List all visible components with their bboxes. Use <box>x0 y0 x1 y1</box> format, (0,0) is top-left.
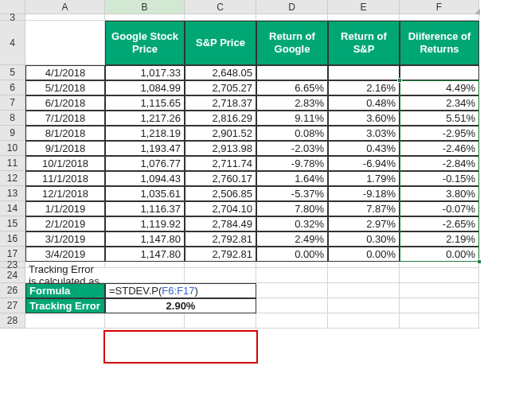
date-cell[interactable]: 10/1/2018 <box>25 156 105 171</box>
row-16[interactable]: 16 <box>0 231 25 247</box>
diff-returns-cell[interactable]: -2.95% <box>400 126 479 141</box>
return-sp-cell[interactable] <box>328 65 400 80</box>
cell[interactable] <box>105 268 185 283</box>
sp-price-cell[interactable]: 2,648.05 <box>185 65 256 80</box>
col-F[interactable]: F <box>400 0 479 14</box>
sp-price-cell[interactable]: 2,901.52 <box>185 126 256 141</box>
row-9[interactable]: 9 <box>0 126 25 141</box>
row-8[interactable]: 8 <box>0 111 25 126</box>
return-google-cell[interactable]: -9.78% <box>256 156 328 171</box>
google-price-cell[interactable]: 1,115.65 <box>105 95 185 111</box>
date-cell[interactable]: 11/1/2018 <box>25 171 105 186</box>
formula-cell[interactable]: =STDEV.P(F6:F17) <box>105 283 256 298</box>
date-cell[interactable]: 5/1/2018 <box>25 80 105 95</box>
return-sp-cell[interactable]: -9.18% <box>328 186 400 201</box>
sp-price-cell[interactable]: 2,784.49 <box>185 216 256 231</box>
row-28[interactable]: 28 <box>0 313 25 329</box>
return-sp-cell[interactable]: 0.43% <box>328 141 400 156</box>
date-cell[interactable]: 6/1/2018 <box>25 95 105 111</box>
date-cell[interactable]: 1/1/2019 <box>25 201 105 216</box>
cell[interactable] <box>256 268 328 283</box>
row-6[interactable]: 6 <box>0 80 25 95</box>
cell[interactable] <box>328 283 400 298</box>
cell[interactable] <box>185 14 256 21</box>
grid[interactable]: 3 4 Google Stock Price S&P Price Return … <box>0 14 479 329</box>
return-google-cell[interactable]: -5.37% <box>256 186 328 201</box>
cell[interactable] <box>105 313 185 329</box>
col-D[interactable]: D <box>256 0 328 14</box>
cell[interactable] <box>400 14 479 21</box>
return-sp-cell[interactable]: -6.94% <box>328 156 400 171</box>
cell[interactable] <box>256 313 328 329</box>
sp-price-cell[interactable]: 2,760.17 <box>185 171 256 186</box>
cell[interactable] <box>25 21 105 65</box>
diff-returns-cell[interactable]: -2.84% <box>400 156 479 171</box>
cell[interactable] <box>400 313 479 329</box>
row-7[interactable]: 7 <box>0 95 25 111</box>
date-cell[interactable]: 3/4/2019 <box>25 247 105 262</box>
date-cell[interactable]: 8/1/2018 <box>25 126 105 141</box>
cell[interactable] <box>105 14 185 21</box>
tracking-error-value[interactable]: 2.90% <box>105 298 256 313</box>
row-14[interactable]: 14 <box>0 201 25 216</box>
cell[interactable] <box>256 283 328 298</box>
cell[interactable] <box>400 268 479 283</box>
google-price-cell[interactable]: 1,193.47 <box>105 141 185 156</box>
date-cell[interactable]: 2/1/2019 <box>25 216 105 231</box>
google-price-cell[interactable]: 1,084.99 <box>105 80 185 95</box>
range-handle-br[interactable] <box>477 259 482 264</box>
sp-price-cell[interactable]: 2,792.81 <box>185 231 256 247</box>
cell[interactable] <box>328 298 400 313</box>
return-google-cell[interactable]: 7.80% <box>256 201 328 216</box>
cell[interactable] <box>25 14 105 21</box>
row-23[interactable]: 23 <box>0 262 25 268</box>
return-google-cell[interactable]: -2.03% <box>256 141 328 156</box>
row-3[interactable]: 3 <box>0 14 25 21</box>
diff-returns-cell[interactable]: -0.07% <box>400 201 479 216</box>
diff-returns-cell[interactable]: -2.46% <box>400 141 479 156</box>
cell[interactable] <box>25 313 105 329</box>
diff-returns-cell[interactable]: 2.19% <box>400 231 479 247</box>
return-sp-cell[interactable]: 0.00% <box>328 247 400 262</box>
cell[interactable] <box>185 268 256 283</box>
date-cell[interactable]: 12/1/2018 <box>25 186 105 201</box>
diff-returns-cell[interactable]: 4.49% <box>400 80 479 95</box>
return-google-cell[interactable]: 6.65% <box>256 80 328 95</box>
col-A[interactable]: A <box>25 0 105 14</box>
return-sp-cell[interactable]: 1.79% <box>328 171 400 186</box>
cell[interactable] <box>185 262 256 268</box>
row-4[interactable]: 4 <box>0 21 25 65</box>
col-E[interactable]: E <box>328 0 400 14</box>
cell[interactable] <box>328 268 400 283</box>
sp-price-cell[interactable]: 2,792.81 <box>185 247 256 262</box>
date-cell[interactable]: 3/1/2019 <box>25 231 105 247</box>
google-price-cell[interactable]: 1,094.43 <box>105 171 185 186</box>
row-26[interactable]: 26 <box>0 283 25 298</box>
diff-returns-cell[interactable] <box>400 65 479 80</box>
diff-returns-cell[interactable]: -2.65% <box>400 216 479 231</box>
cell[interactable] <box>256 14 328 21</box>
row-13[interactable]: 13 <box>0 186 25 201</box>
diff-returns-cell[interactable]: 0.00% <box>400 247 479 262</box>
date-cell[interactable]: 4/1/2018 <box>25 65 105 80</box>
google-price-cell[interactable]: 1,147.80 <box>105 231 185 247</box>
return-sp-cell[interactable]: 3.60% <box>328 111 400 126</box>
diff-returns-cell[interactable]: -0.15% <box>400 171 479 186</box>
col-C[interactable]: C <box>185 0 256 14</box>
return-google-cell[interactable]: 0.08% <box>256 126 328 141</box>
cell[interactable] <box>400 283 479 298</box>
date-cell[interactable]: 7/1/2018 <box>25 111 105 126</box>
google-price-cell[interactable]: 1,076.77 <box>105 156 185 171</box>
sp-price-cell[interactable]: 2,506.85 <box>185 186 256 201</box>
google-price-cell[interactable]: 1,147.80 <box>105 247 185 262</box>
return-sp-cell[interactable]: 7.87% <box>328 201 400 216</box>
return-google-cell[interactable]: 2.49% <box>256 231 328 247</box>
cell[interactable] <box>105 262 185 268</box>
return-sp-cell[interactable]: 2.97% <box>328 216 400 231</box>
google-price-cell[interactable]: 1,217.26 <box>105 111 185 126</box>
return-google-cell[interactable]: 2.83% <box>256 95 328 111</box>
google-price-cell[interactable]: 1,119.92 <box>105 216 185 231</box>
row-11[interactable]: 11 <box>0 156 25 171</box>
google-price-cell[interactable]: 1,035.61 <box>105 186 185 201</box>
google-price-cell[interactable]: 1,116.37 <box>105 201 185 216</box>
